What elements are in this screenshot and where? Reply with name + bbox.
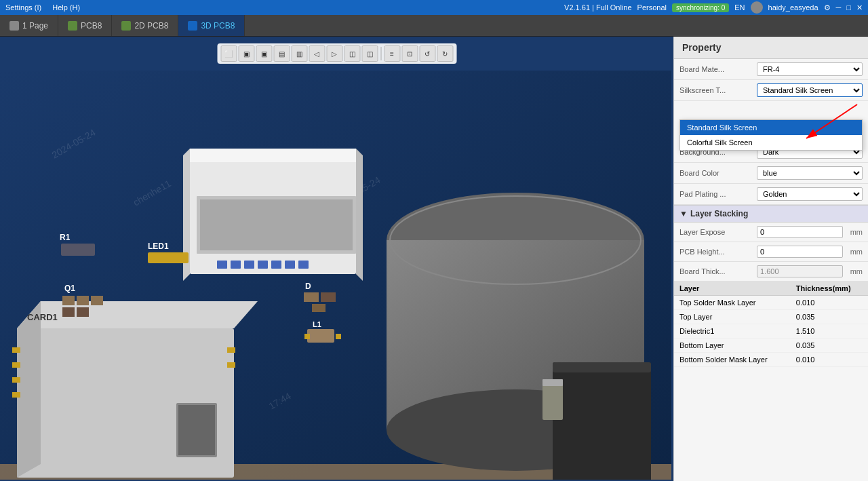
svg-rect-27: [553, 362, 651, 480]
svg-rect-12: [217, 261, 227, 269]
pcb-height-label: PCB Height...: [679, 248, 754, 256]
svg-rect-46: [148, 252, 189, 263]
svg-rect-11: [190, 149, 356, 162]
svg-marker-22: [356, 149, 363, 281]
pad-plating-control: Golden Silver HASL: [757, 187, 863, 201]
main-area: ⬜ ▣ ▣ ▤ ▥ ◁ ▷ ◫ ◫ ≡ ⊡ ↺ ↻: [0, 37, 868, 481]
board-color-select[interactable]: blue green red black white: [757, 166, 863, 180]
minimize-icon[interactable]: ─: [836, 3, 842, 12]
settings-menu[interactable]: Settings (I): [5, 3, 41, 12]
svg-rect-41: [227, 347, 235, 353]
table-row: Bottom Solder Mask Layer0.010: [674, 353, 868, 367]
tab-page-label: 1 Page: [22, 21, 48, 31]
silkscreen-label: Silkscreen T...: [679, 86, 754, 94]
svg-rect-14: [244, 261, 254, 269]
board-color-row: Board Color blue green red black white: [674, 163, 868, 184]
tab-2d-label: 2D PCB8: [134, 21, 168, 31]
back-btn[interactable]: ▣: [256, 45, 272, 62]
tab-page[interactable]: 1 Page: [0, 15, 58, 36]
silkscreen-control: Standard Silk Screen Colorful Silk Scree…: [757, 83, 863, 97]
help-menu[interactable]: Help (H): [52, 3, 80, 12]
layer-name-cell: Bottom Layer: [674, 339, 791, 353]
dropdown-colorful-option[interactable]: Colorful Silk Screen: [680, 135, 862, 150]
svg-rect-51: [62, 307, 75, 317]
layer-expose-label: Layer Expose: [679, 228, 754, 236]
tab-3d-label: 3D PCB8: [201, 21, 235, 31]
viewport[interactable]: ⬜ ▣ ▣ ▤ ▥ ◁ ▷ ◫ ◫ ≡ ⊡ ↺ ↻: [0, 37, 673, 481]
board-material-select[interactable]: FR-4 FR-2 Aluminum: [757, 62, 863, 76]
pcb-icon: [68, 21, 77, 31]
pcb-height-input[interactable]: 0: [757, 246, 843, 258]
board-thick-input: 1.600: [757, 265, 843, 277]
table-row: Top Solder Mask Layer0.010: [674, 296, 868, 310]
personal-label[interactable]: Personal: [637, 3, 667, 12]
layers-btn[interactable]: ≡: [384, 45, 400, 62]
svg-rect-35: [178, 405, 215, 455]
col-thickness: Thickness(mm): [791, 282, 868, 296]
layer-expose-unit: mm: [846, 228, 863, 236]
layer-name-cell: Top Layer: [674, 310, 791, 324]
tab-2d-pcb8[interactable]: 2D PCB8: [112, 15, 178, 36]
svg-rect-52: [77, 307, 89, 317]
tab-3d-pcb8[interactable]: 3D PCB8: [178, 15, 245, 36]
username-label[interactable]: haidy_easyeda: [768, 3, 818, 12]
svg-text:L1: L1: [313, 320, 321, 328]
layer-thickness-cell: 0.010: [791, 353, 868, 367]
svg-rect-49: [77, 296, 89, 305]
layer-name-cell: Dielectric1: [674, 324, 791, 339]
svg-rect-60: [336, 334, 341, 339]
tab-pcb8[interactable]: PCB8: [58, 15, 112, 36]
svg-text:R1: R1: [60, 233, 71, 242]
toolbar: ⬜ ▣ ▣ ▤ ▥ ◁ ▷ ◫ ◫ ≡ ⊡ ↺ ↻: [217, 43, 456, 64]
board-material-control: FR-4 FR-2 Aluminum: [757, 62, 863, 76]
top-btn[interactable]: ▤: [273, 45, 290, 62]
pcb3d-icon: [188, 21, 197, 31]
bottom-btn[interactable]: ▥: [291, 45, 307, 62]
board-thick-label: Board Thick...: [679, 267, 754, 275]
pcb-height-row: PCB Height... 0 mm: [674, 242, 868, 262]
svg-rect-30: [542, 379, 563, 386]
right-btn[interactable]: ▷: [326, 45, 342, 62]
fit-btn[interactable]: ⊡: [401, 45, 418, 62]
layer-stacking-header[interactable]: ▼ Layer Stacking: [674, 205, 868, 223]
svg-marker-33: [17, 301, 41, 478]
svg-rect-42: [227, 362, 235, 368]
tabbar: 1 Page PCB8 2D PCB8 3D PCB8: [0, 15, 868, 37]
maximize-icon[interactable]: □: [846, 3, 851, 12]
sync-button[interactable]: synchronizing: 0: [672, 3, 729, 12]
svg-rect-54: [304, 292, 319, 302]
svg-rect-17: [285, 261, 295, 269]
rotate-cw-btn[interactable]: ↻: [437, 45, 453, 62]
page-icon: [9, 21, 19, 31]
iso-front-btn[interactable]: ◫: [344, 45, 360, 62]
settings-icon[interactable]: ⚙: [824, 3, 831, 12]
layer-expose-control: 0: [757, 226, 843, 238]
collapse-icon: ▼: [679, 209, 688, 218]
left-btn[interactable]: ◁: [309, 45, 325, 62]
avatar[interactable]: [751, 1, 763, 14]
svg-rect-13: [231, 261, 241, 269]
iso-back-btn[interactable]: ◫: [361, 45, 378, 62]
table-row: Dielectric11.510: [674, 324, 868, 339]
table-row: Top Layer0.035: [674, 310, 868, 324]
rotate-ccw-btn[interactable]: ↺: [419, 45, 435, 62]
dropdown-standard-option[interactable]: Standard Silk Screen: [680, 120, 862, 135]
perspective-btn[interactable]: ⬜: [220, 45, 237, 62]
silkscreen-select[interactable]: Standard Silk Screen Colorful Silk Scree…: [757, 83, 863, 97]
pad-plating-select[interactable]: Golden Silver HASL: [757, 187, 863, 201]
svg-rect-50: [91, 296, 103, 305]
svg-rect-55: [321, 292, 336, 302]
front-btn[interactable]: ▣: [238, 45, 254, 62]
svg-rect-48: [62, 296, 75, 305]
pcb-scene: 2024-05-24 chenhe11 17:44 2024-05-24 che…: [0, 71, 671, 480]
version-text: V2.1.61 | Full Online: [564, 3, 631, 12]
col-layer: Layer: [674, 282, 791, 296]
board-material-label: Board Mate...: [679, 65, 754, 73]
pad-plating-label: Pad Plating ...: [679, 190, 754, 198]
layer-expose-input[interactable]: 0: [757, 226, 843, 238]
close-icon[interactable]: ✕: [856, 3, 863, 12]
layer-thickness-cell: 0.010: [791, 296, 868, 310]
table-row: Bottom Layer0.035: [674, 339, 868, 353]
lang-label[interactable]: EN: [734, 3, 745, 12]
svg-rect-38: [12, 362, 20, 368]
